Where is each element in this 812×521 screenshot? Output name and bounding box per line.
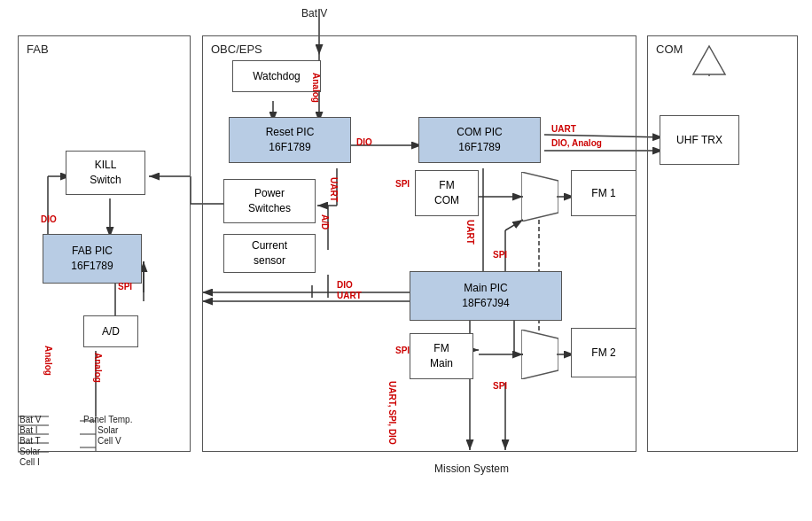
uhf-trx-label: UHF TRX	[676, 133, 722, 148]
svg-marker-56	[693, 46, 725, 74]
bat-t-label: Bat T	[20, 436, 41, 446]
spi-label-1: SPI	[395, 179, 410, 189]
spi-label-3: SPI	[395, 346, 410, 355]
dio-analog-label: DIO, Analog	[551, 138, 602, 148]
fab-pic-label: FAB PIC16F1789	[71, 244, 113, 274]
dio-label-2: DIO	[41, 214, 57, 224]
analog-label-2: Analog	[43, 346, 53, 376]
main-pic-block: Main PIC18F67J94	[410, 271, 562, 321]
spi-label-4: SPI	[493, 381, 507, 391]
kill-switch-block: KILLSwitch	[66, 151, 145, 195]
power-switches-label: PowerSwitches	[248, 186, 291, 216]
fab-pic-block: FAB PIC16F1789	[43, 234, 142, 284]
com-section	[647, 35, 798, 452]
com-pic-label: COM PIC16F1789	[457, 125, 502, 155]
analog-label-1: Analog	[311, 73, 321, 103]
mux1-shape	[521, 172, 558, 222]
mux2-shape	[521, 330, 558, 379]
uart-spi-dio-label: UART, SPI, DIO	[387, 381, 397, 445]
cell-v-label: Cell V	[98, 436, 121, 446]
reset-pic-label: Reset PIC16F1789	[266, 125, 315, 155]
uart-label-2: UART	[337, 291, 362, 300]
current-sensor-block: Currentsensor	[223, 234, 316, 273]
fm1-label: FM 1	[591, 186, 615, 201]
solar-label: Solar	[20, 447, 40, 456]
spi-label-2: SPI	[493, 250, 507, 260]
watchdog-label: Watchdog	[253, 69, 301, 84]
svg-marker-54	[521, 172, 558, 222]
com-label: COM	[656, 43, 683, 56]
fm2-block: FM 2	[571, 328, 636, 377]
cell-i-label: Cell I	[20, 457, 40, 467]
fm-com-block: FMCOM	[415, 170, 479, 216]
mission-system-label: Mission System	[434, 463, 509, 475]
bat-v-label: Bat V	[20, 415, 41, 424]
fm-com-label: FMCOM	[434, 178, 459, 208]
svg-marker-55	[521, 330, 558, 379]
fm1-block: FM 1	[571, 170, 636, 216]
bat-i-label: Bat I	[20, 425, 38, 435]
fab-label: FAB	[27, 43, 49, 56]
adc-label: A/D	[102, 324, 120, 339]
dio-label-3: DIO	[337, 280, 353, 290]
fm-main-label: FMMain	[430, 341, 453, 371]
uart-label-1: UART	[329, 177, 339, 202]
uart-label-3: UART	[465, 220, 475, 245]
reset-pic-block: Reset PIC16F1789	[229, 117, 351, 163]
bat-v-top-label: Bat V	[301, 7, 327, 19]
solar2-label: Solar	[98, 425, 118, 435]
panel-temp-label: Panel Temp.	[83, 415, 132, 424]
watchdog-block: Watchdog	[232, 60, 321, 92]
dio-label-1: DIO	[356, 137, 372, 147]
uhf-trx-block: UHF TRX	[660, 115, 739, 165]
power-switches-block: PowerSwitches	[223, 179, 316, 223]
spi-label-fab: SPI	[118, 282, 132, 292]
uart-com-label: UART	[551, 124, 576, 134]
com-pic-block: COM PIC16F1789	[418, 117, 541, 163]
kill-switch-label: KILLSwitch	[90, 158, 121, 188]
analog-label-3: Analog	[93, 353, 103, 383]
fm2-label: FM 2	[591, 346, 615, 361]
antenna-icon	[691, 44, 727, 76]
obc-eps-label: OBC/EPS	[211, 43, 262, 56]
ad-label-1: A/D	[320, 214, 330, 229]
block-diagram: FAB OBC/EPS COM Bat V Watchdog Reset PIC…	[0, 0, 812, 521]
adc-block: A/D	[83, 315, 138, 347]
fm-main-block: FMMain	[410, 333, 473, 379]
main-pic-label: Main PIC18F67J94	[462, 281, 509, 311]
current-sensor-label: Currentsensor	[252, 238, 287, 268]
